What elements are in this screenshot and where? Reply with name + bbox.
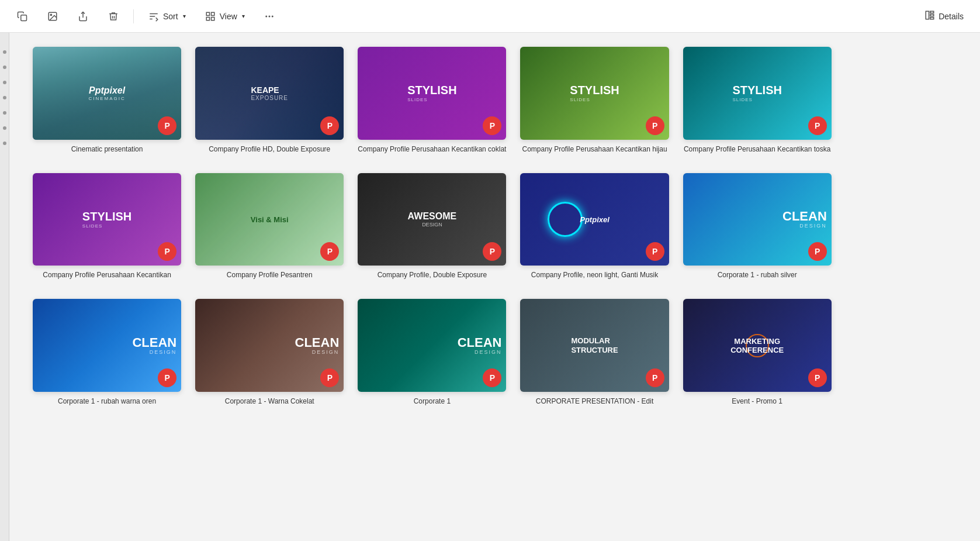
- p-badge: P: [158, 368, 176, 387]
- details-icon: [924, 10, 935, 22]
- card-label: Company Profile Perusahaan Kecantikan to…: [684, 144, 830, 154]
- card-thumbnail: CLEAN DESIGN P: [33, 299, 181, 392]
- share-icon: [77, 11, 89, 22]
- more-icon: [264, 11, 275, 22]
- details-label: Details: [939, 12, 964, 21]
- image-icon: [47, 11, 58, 22]
- toolbar: Sort ▾ View ▾: [0, 0, 980, 33]
- card-label: Company Profile Pesantren: [227, 270, 313, 280]
- list-item[interactable]: AWESOME DESIGN P Company Profile, Double…: [358, 173, 506, 281]
- card-thumbnail: STYLISH SLIDES P: [683, 47, 832, 140]
- card-label: Company Profile, neon light, Ganti Musik: [531, 270, 658, 280]
- svg-rect-8: [211, 12, 214, 15]
- image-button[interactable]: [40, 7, 65, 26]
- p-badge: P: [808, 368, 827, 387]
- card-thumbnail: Pptpixel P: [520, 173, 669, 266]
- svg-rect-15: [930, 11, 934, 13]
- card-thumbnail: STYLISH SLIDES P: [520, 47, 669, 140]
- svg-point-2: [50, 14, 51, 15]
- card-label: Company Profile HD, Double Exposure: [209, 144, 330, 154]
- svg-rect-17: [930, 18, 934, 19]
- p-badge: P: [646, 116, 664, 135]
- card-thumbnail: Pptpixel CINEMAGIC P: [33, 47, 181, 140]
- view-label: View: [220, 12, 237, 21]
- list-item[interactable]: STYLISH SLIDES P Company Profile Perusah…: [520, 47, 669, 154]
- svg-rect-10: [211, 17, 214, 20]
- sidebar-dot-6: [3, 126, 6, 130]
- card-label: Company Profile, Double Exposure: [378, 270, 487, 280]
- list-item[interactable]: STYLISH SLIDES P Company Profile Perusah…: [683, 47, 832, 154]
- more-button[interactable]: [257, 7, 282, 26]
- card-thumbnail: CLEAN DESIGN P: [195, 299, 344, 392]
- list-item[interactable]: CLEAN DESIGN P Corporate 1 - Warna Cokel…: [195, 299, 344, 406]
- view-icon: [205, 11, 216, 22]
- list-item[interactable]: Visi & Misi P Company Profile Pesantren: [195, 173, 344, 281]
- list-item[interactable]: CLEAN DESIGN P Corporate 1 - rubah warna…: [33, 299, 181, 406]
- svg-rect-16: [930, 15, 934, 16]
- card-thumbnail: STYLISH SLIDES P: [33, 173, 181, 266]
- card-thumbnail: CLEAN DESIGN P: [358, 299, 506, 392]
- list-item[interactable]: MARKETINGCONFERENCE P Event - Promo 1: [683, 299, 832, 406]
- sidebar-dot-2: [3, 66, 6, 69]
- p-badge: P: [808, 116, 827, 135]
- list-item[interactable]: MODULARSTRUCTURE P CORPORATE PRESENTATIO…: [520, 299, 669, 406]
- view-button[interactable]: View ▾: [198, 7, 252, 26]
- list-item[interactable]: CLEAN DESIGN P Corporate 1 - rubah silve…: [683, 173, 832, 281]
- p-badge: P: [483, 116, 501, 135]
- toolbar-separator: [133, 9, 134, 23]
- svg-rect-0: [21, 15, 27, 20]
- list-item[interactable]: Pptpixel CINEMAGIC P Cinematic presentat…: [33, 47, 181, 154]
- svg-point-13: [272, 16, 273, 17]
- card-label: Corporate 1: [414, 397, 451, 406]
- card-label: Cinematic presentation: [71, 144, 143, 154]
- svg-rect-14: [926, 11, 929, 19]
- card-thumbnail: MARKETINGCONFERENCE P: [683, 299, 832, 392]
- p-badge: P: [320, 368, 339, 387]
- sidebar-dot-4: [3, 96, 6, 99]
- list-item[interactable]: STYLISH SLIDES P Company Profile Perusah…: [33, 173, 181, 281]
- card-thumbnail: Visi & Misi P: [195, 173, 344, 266]
- sidebar-dot-1: [3, 50, 6, 54]
- p-badge: P: [483, 242, 501, 261]
- card-label: Event - Promo 1: [732, 397, 782, 406]
- sidebar-dot-3: [3, 81, 6, 84]
- view-chevron: ▾: [242, 13, 245, 19]
- svg-point-12: [269, 16, 270, 17]
- card-label: Company Profile Perusahaan Kecantikan hi…: [522, 144, 667, 154]
- sidebar-dot-5: [3, 111, 6, 115]
- p-badge: P: [646, 368, 664, 387]
- share-button[interactable]: [70, 7, 96, 26]
- p-badge: P: [808, 242, 827, 261]
- card-label: Corporate 1 - rubah silver: [718, 270, 797, 280]
- card-thumbnail: CLEAN DESIGN P: [683, 173, 832, 266]
- sidebar-dot-7: [3, 142, 6, 145]
- list-item[interactable]: Pptpixel P Company Profile, neon light, …: [520, 173, 669, 281]
- card-label: Company Profile Perusahaan Kecantikan co…: [358, 144, 506, 154]
- card-label: Corporate 1 - Warna Cokelat: [225, 397, 314, 406]
- p-badge: P: [158, 242, 176, 261]
- content-area: Pptpixel CINEMAGIC P Cinematic presentat…: [9, 33, 855, 421]
- p-badge: P: [646, 242, 664, 261]
- svg-rect-9: [206, 17, 209, 20]
- card-thumbnail: KEAPE EXPOSURE P: [195, 47, 344, 140]
- sort-label: Sort: [163, 12, 178, 21]
- copy-button[interactable]: [9, 7, 35, 26]
- card-label: CORPORATE PRESENTATION - Edit: [536, 397, 653, 406]
- list-item[interactable]: KEAPE EXPOSURE P Company Profile HD, Dou…: [195, 47, 344, 154]
- card-label: Corporate 1 - rubah warna oren: [58, 397, 156, 406]
- list-item[interactable]: CLEAN DESIGN P Corporate 1: [358, 299, 506, 406]
- list-item[interactable]: STYLISH SLIDES P Company Profile Perusah…: [358, 47, 506, 154]
- sort-chevron: ▾: [183, 13, 186, 19]
- sort-icon: [148, 11, 160, 22]
- card-label: Company Profile Perusahaan Kecantikan: [43, 270, 171, 280]
- card-grid: Pptpixel CINEMAGIC P Cinematic presentat…: [9, 33, 855, 421]
- card-thumbnail: MODULARSTRUCTURE P: [520, 299, 669, 392]
- p-badge: P: [483, 368, 501, 387]
- p-badge: P: [320, 116, 339, 135]
- sort-button[interactable]: Sort ▾: [141, 7, 193, 26]
- details-button[interactable]: Details: [917, 6, 971, 26]
- svg-rect-7: [206, 12, 209, 15]
- svg-point-11: [266, 16, 267, 17]
- sidebar: [0, 33, 9, 541]
- delete-button[interactable]: [101, 7, 126, 26]
